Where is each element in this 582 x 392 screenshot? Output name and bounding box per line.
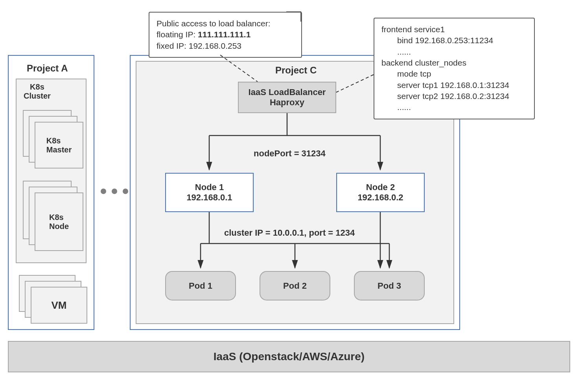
node1-name: Node 1 (195, 182, 224, 192)
haproxy-l8: ...... (381, 102, 527, 113)
haproxy-l3: ...... (381, 46, 527, 57)
k8s-master-stack: K8s Master (23, 110, 82, 167)
loadbalancer-line2: Haproxy (270, 97, 304, 108)
iaas-bar: IaaS (Openstack/AWS/Azure) (8, 341, 570, 372)
callout-haproxy-config: frontend service1 bind 192.168.0.253:112… (374, 18, 535, 119)
pod2-box: Pod 2 (260, 271, 330, 300)
loadbalancer-box: IaaS LoadBalancer Haproxy (238, 82, 336, 113)
node1-box: Node 1 192.168.0.1 (165, 173, 254, 212)
k8s-cluster-label: K8s Cluster (24, 82, 51, 101)
k8s-master-card: K8s Master (35, 122, 83, 169)
haproxy-l5: mode tcp (381, 68, 527, 79)
callout-lb-line1: Public access to load balancer: (157, 18, 294, 29)
project-c-title: Project C (275, 65, 317, 76)
haproxy-l7: server tcp2 192.168.0.2:31234 (381, 91, 527, 102)
loadbalancer-line1: IaaS LoadBalancer (249, 87, 326, 97)
node2-ip: 192.168.0.2 (357, 192, 403, 203)
ellipsis-dots (101, 189, 128, 194)
pod3-box: Pod 3 (354, 271, 425, 300)
vm-stack: VM (19, 275, 86, 324)
callout-lb-line2b: 111.111.111.1 (198, 30, 250, 39)
project-a-title: Project A (27, 63, 68, 74)
node1-ip: 192.168.0.1 (186, 192, 232, 203)
clusterip-label: cluster IP = 10.0.0.1, port = 1234 (224, 228, 355, 238)
node2-box: Node 2 192.168.0.2 (336, 173, 425, 212)
callout-public-access: Public access to load balancer: floating… (149, 12, 302, 58)
nodeport-label: nodePort = 31234 (254, 148, 326, 159)
node2-name: Node 2 (366, 182, 395, 192)
k8s-node-stack: K8s Node (23, 181, 82, 249)
vm-card: VM (31, 287, 87, 324)
pod1-box: Pod 1 (165, 271, 236, 300)
haproxy-l4: backend cluster_nodes (381, 57, 527, 68)
haproxy-l2: bind 192.168.0.253:11234 (381, 35, 527, 46)
haproxy-l6: server tcp1 192.168.0.1:31234 (381, 80, 527, 91)
callout-lb-line2a: floating IP: (157, 30, 198, 39)
k8s-node-card: K8s Node (35, 192, 83, 251)
haproxy-l1: frontend service1 (381, 24, 527, 35)
callout-lb-line3: fixed IP: 192.168.0.253 (157, 40, 294, 51)
